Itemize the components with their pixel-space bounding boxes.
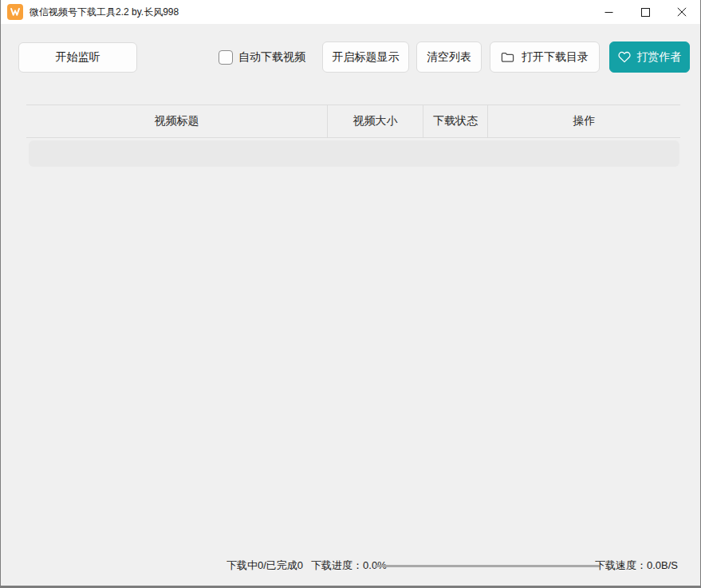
title-display-label: 开启标题显示 <box>333 50 400 65</box>
caption-buttons <box>590 0 700 24</box>
auto-download-checkbox[interactable] <box>219 50 233 65</box>
column-header-download-status: 下载状态 <box>423 105 488 137</box>
wechat-channels-logo-icon <box>7 4 23 20</box>
open-download-dir-button[interactable]: 打开下载目录 <box>490 41 600 73</box>
close-button[interactable] <box>664 0 700 24</box>
download-counts: 下载中0/已完成0 <box>226 559 303 571</box>
statusbar: 下载中0/已完成0下载进度：0.0% 下载速度：0.0B/S <box>1 557 700 576</box>
open-download-dir-label: 打开下载目录 <box>522 50 589 65</box>
column-header-video-title: 视频标题 <box>26 105 328 137</box>
download-status-text: 下载中0/已完成0下载进度：0.0% <box>226 558 387 573</box>
start-listen-button[interactable]: 开始监听 <box>18 42 137 73</box>
start-listen-label: 开始监听 <box>56 50 100 65</box>
title-display-button[interactable]: 开启标题显示 <box>322 41 409 73</box>
download-progress-bar <box>375 565 600 567</box>
titlebar: 微信视频号下载工具2.2 by.长风998 <box>1 0 700 24</box>
empty-list-row <box>29 140 679 167</box>
window-title: 微信视频号下载工具2.2 by.长风998 <box>30 6 179 19</box>
column-header-video-size: 视频大小 <box>328 105 423 137</box>
speed-label: 下载速度： <box>595 559 647 571</box>
donate-label: 打赏作者 <box>637 50 682 65</box>
clear-list-button[interactable]: 清空列表 <box>416 41 482 73</box>
heart-icon <box>618 51 631 63</box>
folder-icon <box>501 51 514 63</box>
donate-button[interactable]: 打赏作者 <box>609 41 690 73</box>
column-header-action: 操作 <box>488 105 680 137</box>
auto-download-group: 自动下载视频 <box>219 41 305 73</box>
progress-label: 下载进度： <box>311 559 363 571</box>
table-header: 视频标题 视频大小 下载状态 操作 <box>26 105 680 138</box>
maximize-button[interactable] <box>627 0 664 24</box>
download-speed-text: 下载速度：0.0B/S <box>595 558 678 573</box>
auto-download-label: 自动下载视频 <box>238 50 305 65</box>
clear-list-label: 清空列表 <box>427 50 471 65</box>
speed-value: 0.0B/S <box>647 559 678 571</box>
minimize-button[interactable] <box>590 0 627 24</box>
app-window: 微信视频号下载工具2.2 by.长风998 开始监听 <box>0 0 701 588</box>
